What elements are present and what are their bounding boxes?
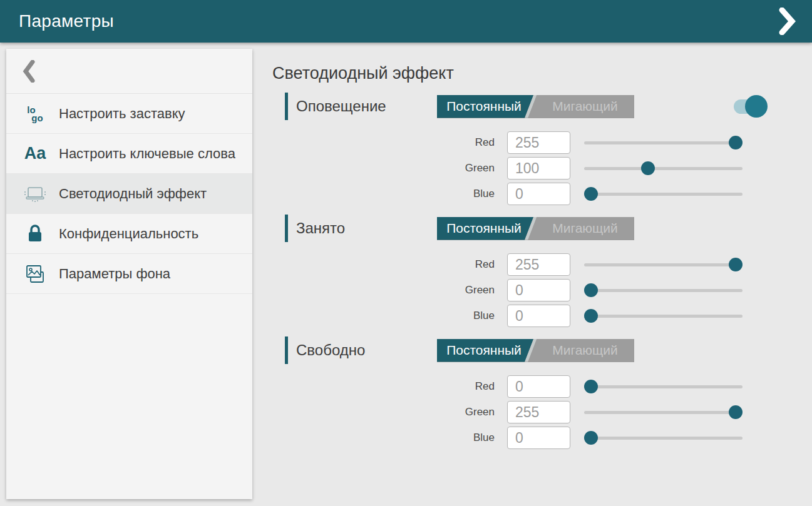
- channel-row: Red: [272, 131, 812, 154]
- content-area: lo go Настроить заставку Aa Настроить кл…: [0, 43, 812, 506]
- slider-track[interactable]: [584, 263, 743, 266]
- sidebar-item-led-effect[interactable]: Светодиодный эффект: [6, 174, 252, 214]
- channel-label: Blue: [272, 188, 495, 200]
- slider-track[interactable]: [584, 385, 743, 388]
- slider-thumb[interactable]: [584, 431, 598, 445]
- channel-row: Green: [272, 279, 812, 301]
- red-value-input[interactable]: [507, 375, 570, 398]
- channel-row: Red: [272, 253, 812, 276]
- logo-icon: lo go: [21, 106, 49, 122]
- channel-row: Green: [272, 157, 812, 180]
- channel-label: Red: [272, 136, 495, 149]
- sidebar-item-label: Светодиодный эффект: [59, 185, 207, 202]
- channel-row: Green: [272, 401, 812, 423]
- main-title: Светодиодный эффект: [272, 64, 812, 83]
- tab-solid[interactable]: Постоянный: [437, 217, 531, 240]
- tab-solid[interactable]: Постоянный: [437, 339, 531, 362]
- slider-track[interactable]: [584, 315, 743, 318]
- red-slider: [584, 131, 743, 154]
- red-value-input[interactable]: [507, 131, 570, 154]
- blue-value-input[interactable]: [507, 305, 570, 327]
- section-header-busy: Занято Постоянный Мигающий: [285, 215, 812, 242]
- slider-track[interactable]: [584, 167, 743, 170]
- chevron-left-icon: [23, 60, 35, 83]
- sidebar-item-background[interactable]: Параметры фона: [6, 254, 252, 294]
- slider-track[interactable]: [584, 193, 743, 196]
- green-value-input[interactable]: [507, 401, 570, 423]
- blue-slider: [584, 427, 743, 449]
- slider-thumb[interactable]: [729, 405, 743, 419]
- blue-slider: [584, 305, 743, 327]
- app-header: Параметры: [0, 0, 812, 43]
- sidebar-item-label: Конфиденциальность: [59, 225, 198, 242]
- section-title: Оповещение: [296, 98, 437, 115]
- green-slider: [584, 157, 743, 180]
- sidebar-item-splash[interactable]: lo go Настроить заставку: [6, 94, 252, 134]
- green-value-input[interactable]: [507, 279, 570, 301]
- section-header-alert: Оповещение Постоянный Мигающий: [285, 93, 812, 120]
- section-title: Занято: [296, 220, 437, 237]
- tab-blinking[interactable]: Мигающий: [536, 339, 634, 362]
- green-slider: [584, 401, 743, 423]
- forward-chevron-icon[interactable]: [777, 8, 796, 35]
- channel-group-busy: Red Green Blue: [272, 253, 812, 327]
- channel-row: Blue: [272, 427, 812, 449]
- blue-value-input[interactable]: [507, 427, 570, 449]
- slider-thumb[interactable]: [584, 283, 598, 297]
- red-slider: [584, 253, 743, 276]
- channel-row: Red: [272, 375, 812, 398]
- sidebar-item-keywords[interactable]: Aa Настроить ключевые слова: [6, 134, 252, 174]
- section-accent-bar: [285, 93, 288, 120]
- images-icon: [21, 263, 49, 285]
- channel-row: Blue: [272, 183, 812, 205]
- channel-label: Red: [272, 258, 495, 271]
- mode-tabs-busy: Постоянный Мигающий: [437, 217, 634, 240]
- sidebar-item-privacy[interactable]: Конфиденциальность: [6, 214, 252, 254]
- slider-thumb[interactable]: [584, 309, 598, 323]
- section-header-free: Свободно Постоянный Мигающий: [285, 336, 812, 364]
- slider-thumb[interactable]: [729, 258, 743, 271]
- keywords-icon: Aa: [21, 144, 49, 163]
- sidebar-item-label: Настроить ключевые слова: [59, 145, 235, 162]
- slider-thumb[interactable]: [584, 187, 598, 201]
- channel-label: Green: [272, 162, 495, 175]
- slider-track[interactable]: [584, 411, 743, 414]
- alert-enabled-toggle[interactable]: [734, 94, 768, 118]
- sidebar-item-label: Настроить заставку: [59, 105, 185, 122]
- toggle-knob: [745, 95, 768, 118]
- tab-blinking[interactable]: Мигающий: [536, 95, 634, 118]
- mode-tabs-alert: Постоянный Мигающий: [437, 95, 634, 118]
- slider-track[interactable]: [584, 289, 743, 292]
- red-slider: [584, 375, 743, 398]
- slider-thumb[interactable]: [584, 380, 598, 393]
- slider-thumb[interactable]: [641, 161, 655, 175]
- slider-thumb[interactable]: [729, 136, 743, 149]
- green-slider: [584, 279, 743, 301]
- channel-group-free: Red Green Blue: [272, 375, 812, 449]
- section-accent-bar: [285, 215, 288, 242]
- channel-label: Red: [272, 380, 495, 393]
- display-icon: [21, 185, 49, 203]
- section-title: Свободно: [296, 342, 437, 359]
- channel-label: Green: [272, 284, 495, 296]
- slider-track[interactable]: [584, 141, 743, 144]
- tab-solid[interactable]: Постоянный: [437, 95, 531, 118]
- logo-icon-text-2: go: [31, 114, 43, 122]
- blue-slider: [584, 183, 743, 205]
- keywords-icon-text: Aa: [24, 144, 46, 163]
- green-value-input[interactable]: [507, 157, 570, 180]
- mode-tabs-free: Постоянный Мигающий: [437, 339, 634, 362]
- channel-label: Green: [272, 406, 495, 418]
- lock-icon: [21, 223, 49, 245]
- slider-track[interactable]: [584, 437, 743, 440]
- tab-blinking[interactable]: Мигающий: [536, 217, 634, 240]
- blue-value-input[interactable]: [507, 183, 570, 205]
- sidebar-item-label: Параметры фона: [59, 265, 170, 282]
- channel-label: Blue: [272, 310, 495, 322]
- red-value-input[interactable]: [507, 253, 570, 276]
- channel-label: Blue: [272, 432, 495, 444]
- channel-group-alert: Red Green Blue: [272, 131, 812, 205]
- channel-row: Blue: [272, 305, 812, 327]
- sidebar-back-button[interactable]: [6, 49, 252, 94]
- main-panel: Светодиодный эффект Оповещение Постоянны…: [272, 43, 812, 452]
